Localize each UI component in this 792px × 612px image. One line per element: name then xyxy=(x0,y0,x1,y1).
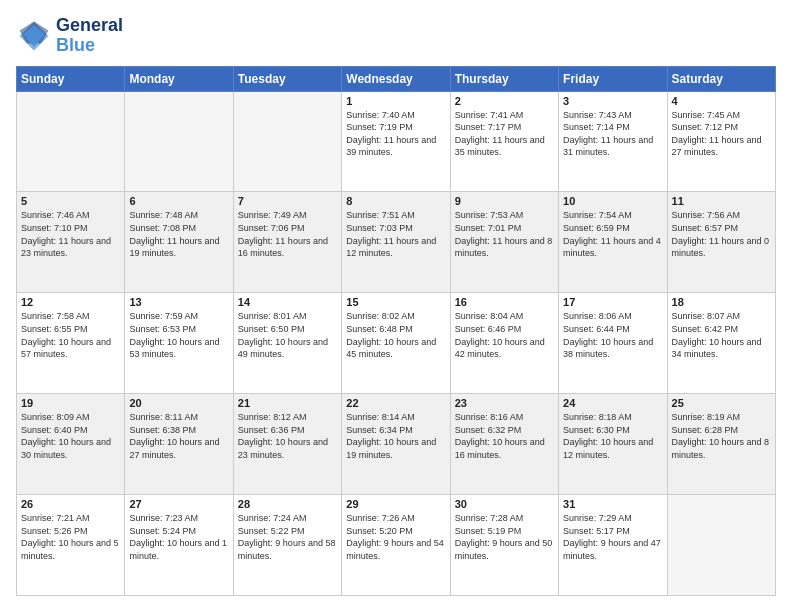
day-info: Sunrise: 8:19 AMSunset: 6:28 PMDaylight:… xyxy=(672,411,771,461)
page: General Blue SundayMondayTuesdayWednesda… xyxy=(0,0,792,612)
day-info: Sunrise: 7:24 AMSunset: 5:22 PMDaylight:… xyxy=(238,512,337,562)
day-number: 29 xyxy=(346,498,445,510)
day-info: Sunrise: 7:45 AMSunset: 7:12 PMDaylight:… xyxy=(672,109,771,159)
day-number: 16 xyxy=(455,296,554,308)
day-number: 25 xyxy=(672,397,771,409)
day-cell: 10Sunrise: 7:54 AMSunset: 6:59 PMDayligh… xyxy=(559,192,667,293)
day-number: 24 xyxy=(563,397,662,409)
day-number: 30 xyxy=(455,498,554,510)
day-info: Sunrise: 7:23 AMSunset: 5:24 PMDaylight:… xyxy=(129,512,228,562)
weekday-header-row: SundayMondayTuesdayWednesdayThursdayFrid… xyxy=(17,66,776,91)
day-cell: 4Sunrise: 7:45 AMSunset: 7:12 PMDaylight… xyxy=(667,91,775,192)
day-cell: 8Sunrise: 7:51 AMSunset: 7:03 PMDaylight… xyxy=(342,192,450,293)
day-number: 31 xyxy=(563,498,662,510)
day-info: Sunrise: 7:43 AMSunset: 7:14 PMDaylight:… xyxy=(563,109,662,159)
day-info: Sunrise: 8:04 AMSunset: 6:46 PMDaylight:… xyxy=(455,310,554,360)
day-info: Sunrise: 8:16 AMSunset: 6:32 PMDaylight:… xyxy=(455,411,554,461)
day-cell: 22Sunrise: 8:14 AMSunset: 6:34 PMDayligh… xyxy=(342,394,450,495)
day-cell: 5Sunrise: 7:46 AMSunset: 7:10 PMDaylight… xyxy=(17,192,125,293)
weekday-header-tuesday: Tuesday xyxy=(233,66,341,91)
day-info: Sunrise: 7:59 AMSunset: 6:53 PMDaylight:… xyxy=(129,310,228,360)
weekday-header-thursday: Thursday xyxy=(450,66,558,91)
day-cell: 7Sunrise: 7:49 AMSunset: 7:06 PMDaylight… xyxy=(233,192,341,293)
day-cell: 21Sunrise: 8:12 AMSunset: 6:36 PMDayligh… xyxy=(233,394,341,495)
day-number: 2 xyxy=(455,95,554,107)
day-number: 21 xyxy=(238,397,337,409)
day-number: 6 xyxy=(129,195,228,207)
day-info: Sunrise: 7:53 AMSunset: 7:01 PMDaylight:… xyxy=(455,209,554,259)
day-number: 9 xyxy=(455,195,554,207)
day-info: Sunrise: 8:02 AMSunset: 6:48 PMDaylight:… xyxy=(346,310,445,360)
week-row-2: 5Sunrise: 7:46 AMSunset: 7:10 PMDaylight… xyxy=(17,192,776,293)
day-cell: 15Sunrise: 8:02 AMSunset: 6:48 PMDayligh… xyxy=(342,293,450,394)
day-info: Sunrise: 7:40 AMSunset: 7:19 PMDaylight:… xyxy=(346,109,445,159)
day-number: 26 xyxy=(21,498,120,510)
day-info: Sunrise: 7:29 AMSunset: 5:17 PMDaylight:… xyxy=(563,512,662,562)
week-row-4: 19Sunrise: 8:09 AMSunset: 6:40 PMDayligh… xyxy=(17,394,776,495)
day-info: Sunrise: 8:09 AMSunset: 6:40 PMDaylight:… xyxy=(21,411,120,461)
week-row-1: 1Sunrise: 7:40 AMSunset: 7:19 PMDaylight… xyxy=(17,91,776,192)
day-cell: 23Sunrise: 8:16 AMSunset: 6:32 PMDayligh… xyxy=(450,394,558,495)
day-cell: 16Sunrise: 8:04 AMSunset: 6:46 PMDayligh… xyxy=(450,293,558,394)
day-cell: 2Sunrise: 7:41 AMSunset: 7:17 PMDaylight… xyxy=(450,91,558,192)
day-cell: 24Sunrise: 8:18 AMSunset: 6:30 PMDayligh… xyxy=(559,394,667,495)
logo: General Blue xyxy=(16,16,123,56)
day-number: 17 xyxy=(563,296,662,308)
day-number: 22 xyxy=(346,397,445,409)
day-cell: 20Sunrise: 8:11 AMSunset: 6:38 PMDayligh… xyxy=(125,394,233,495)
day-info: Sunrise: 7:26 AMSunset: 5:20 PMDaylight:… xyxy=(346,512,445,562)
day-cell xyxy=(233,91,341,192)
weekday-header-wednesday: Wednesday xyxy=(342,66,450,91)
day-cell xyxy=(125,91,233,192)
header: General Blue xyxy=(16,16,776,56)
day-info: Sunrise: 7:41 AMSunset: 7:17 PMDaylight:… xyxy=(455,109,554,159)
day-info: Sunrise: 7:21 AMSunset: 5:26 PMDaylight:… xyxy=(21,512,120,562)
day-cell: 6Sunrise: 7:48 AMSunset: 7:08 PMDaylight… xyxy=(125,192,233,293)
day-info: Sunrise: 7:48 AMSunset: 7:08 PMDaylight:… xyxy=(129,209,228,259)
day-number: 28 xyxy=(238,498,337,510)
day-info: Sunrise: 7:49 AMSunset: 7:06 PMDaylight:… xyxy=(238,209,337,259)
day-info: Sunrise: 8:07 AMSunset: 6:42 PMDaylight:… xyxy=(672,310,771,360)
day-info: Sunrise: 7:51 AMSunset: 7:03 PMDaylight:… xyxy=(346,209,445,259)
day-cell: 14Sunrise: 8:01 AMSunset: 6:50 PMDayligh… xyxy=(233,293,341,394)
day-cell: 30Sunrise: 7:28 AMSunset: 5:19 PMDayligh… xyxy=(450,495,558,596)
day-cell: 18Sunrise: 8:07 AMSunset: 6:42 PMDayligh… xyxy=(667,293,775,394)
weekday-header-friday: Friday xyxy=(559,66,667,91)
day-cell xyxy=(667,495,775,596)
weekday-header-saturday: Saturday xyxy=(667,66,775,91)
day-cell xyxy=(17,91,125,192)
day-info: Sunrise: 8:12 AMSunset: 6:36 PMDaylight:… xyxy=(238,411,337,461)
day-cell: 31Sunrise: 7:29 AMSunset: 5:17 PMDayligh… xyxy=(559,495,667,596)
day-number: 18 xyxy=(672,296,771,308)
day-cell: 19Sunrise: 8:09 AMSunset: 6:40 PMDayligh… xyxy=(17,394,125,495)
day-info: Sunrise: 8:06 AMSunset: 6:44 PMDaylight:… xyxy=(563,310,662,360)
day-number: 8 xyxy=(346,195,445,207)
calendar: SundayMondayTuesdayWednesdayThursdayFrid… xyxy=(16,66,776,596)
day-number: 23 xyxy=(455,397,554,409)
day-info: Sunrise: 7:56 AMSunset: 6:57 PMDaylight:… xyxy=(672,209,771,259)
day-number: 15 xyxy=(346,296,445,308)
day-number: 13 xyxy=(129,296,228,308)
week-row-3: 12Sunrise: 7:58 AMSunset: 6:55 PMDayligh… xyxy=(17,293,776,394)
day-cell: 11Sunrise: 7:56 AMSunset: 6:57 PMDayligh… xyxy=(667,192,775,293)
day-number: 5 xyxy=(21,195,120,207)
day-cell: 1Sunrise: 7:40 AMSunset: 7:19 PMDaylight… xyxy=(342,91,450,192)
day-cell: 27Sunrise: 7:23 AMSunset: 5:24 PMDayligh… xyxy=(125,495,233,596)
day-info: Sunrise: 7:28 AMSunset: 5:19 PMDaylight:… xyxy=(455,512,554,562)
logo-icon xyxy=(16,18,52,54)
day-number: 12 xyxy=(21,296,120,308)
day-info: Sunrise: 7:46 AMSunset: 7:10 PMDaylight:… xyxy=(21,209,120,259)
day-number: 19 xyxy=(21,397,120,409)
day-cell: 3Sunrise: 7:43 AMSunset: 7:14 PMDaylight… xyxy=(559,91,667,192)
week-row-5: 26Sunrise: 7:21 AMSunset: 5:26 PMDayligh… xyxy=(17,495,776,596)
day-number: 4 xyxy=(672,95,771,107)
day-number: 14 xyxy=(238,296,337,308)
weekday-header-sunday: Sunday xyxy=(17,66,125,91)
day-cell: 9Sunrise: 7:53 AMSunset: 7:01 PMDaylight… xyxy=(450,192,558,293)
day-cell: 12Sunrise: 7:58 AMSunset: 6:55 PMDayligh… xyxy=(17,293,125,394)
day-info: Sunrise: 7:54 AMSunset: 6:59 PMDaylight:… xyxy=(563,209,662,259)
day-info: Sunrise: 8:14 AMSunset: 6:34 PMDaylight:… xyxy=(346,411,445,461)
day-cell: 17Sunrise: 8:06 AMSunset: 6:44 PMDayligh… xyxy=(559,293,667,394)
day-number: 3 xyxy=(563,95,662,107)
day-info: Sunrise: 7:58 AMSunset: 6:55 PMDaylight:… xyxy=(21,310,120,360)
